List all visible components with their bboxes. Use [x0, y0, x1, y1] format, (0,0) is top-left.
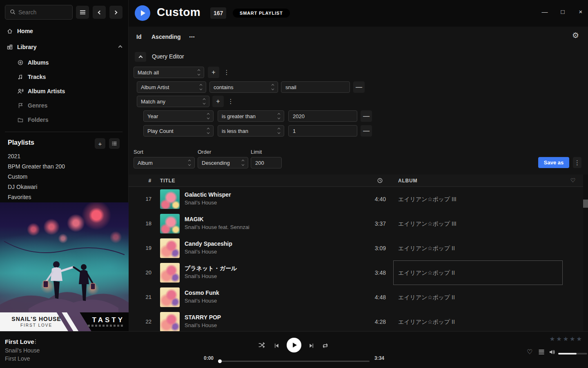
query-editor-collapse-button[interactable]	[135, 52, 146, 62]
table-row[interactable]: 17 Galactic Whisper Snail’s House 4:40 エ…	[129, 187, 583, 211]
group2-match-select[interactable]: Match any	[137, 96, 209, 107]
group1-menu-button[interactable]: ⋮	[223, 67, 231, 78]
maximize-button[interactable]: □	[559, 8, 567, 15]
rule1-operator-select[interactable]: contains	[209, 81, 278, 93]
track-artist[interactable]: Snail’s House	[185, 298, 217, 304]
track-artist[interactable]: Snail’s House	[185, 200, 217, 206]
sidebar-item-home[interactable]: Home	[7, 26, 124, 36]
rule2-field-select[interactable]: Year	[143, 110, 214, 122]
track-album[interactable]: エイリアン☆ポップ II	[398, 310, 455, 334]
table-row[interactable]: 20 プラネット・ガール Snail’s House 3:48 エイリアン☆ポッ…	[129, 260, 583, 285]
playlist-item[interactable]: BPM Greater than 200	[8, 162, 65, 173]
limit-input[interactable]	[251, 157, 282, 168]
sidebar-menu-button[interactable]	[76, 6, 89, 19]
volume-slider[interactable]	[558, 353, 587, 355]
track-album[interactable]: エイリアン☆ポップ II	[398, 285, 455, 310]
star-icon[interactable]: ★	[556, 335, 561, 343]
playlist-item[interactable]: Custom	[8, 173, 65, 183]
repeat-button[interactable]	[322, 342, 329, 351]
rule3-field-select[interactable]: Play Count	[143, 125, 214, 137]
playlist-list-button[interactable]	[109, 138, 120, 149]
star-icon[interactable]: ★	[577, 335, 582, 343]
sort-field-button[interactable]: Id	[136, 34, 141, 40]
track-album[interactable]: エイリアン☆ポップ III	[398, 187, 457, 211]
nav-back-button[interactable]	[93, 6, 106, 19]
rule2-operator-select[interactable]: is greater than	[218, 110, 284, 122]
close-button[interactable]: ×	[577, 8, 585, 15]
group2-menu-button[interactable]: ⋮	[227, 96, 235, 107]
sidebar-item-library[interactable]: Library	[7, 42, 124, 52]
track-artist[interactable]: Snail’s House	[185, 322, 217, 328]
add-playlist-button[interactable]: +	[95, 138, 105, 149]
track-title[interactable]: プラネット・ガール	[185, 265, 237, 272]
sidebar-item-folders[interactable]: Folders	[17, 115, 49, 124]
track-artist[interactable]: Snail’s House	[185, 249, 217, 255]
column-album[interactable]: ALBUM	[398, 178, 417, 184]
sidebar-item-tracks[interactable]: Tracks	[17, 72, 46, 81]
group1-match-select[interactable]: Match all	[134, 67, 204, 78]
seek-slider[interactable]	[218, 361, 370, 362]
table-scrollbar[interactable]	[583, 175, 588, 358]
sidebar-item-album-artists[interactable]: Album Artists	[17, 87, 65, 96]
sidebar-item-albums[interactable]: Albums	[17, 58, 49, 67]
queue-icon[interactable]	[538, 349, 545, 357]
remove-rule1-button[interactable]: —	[353, 81, 365, 93]
playlist-item[interactable]: 2021	[8, 152, 65, 162]
remove-rule3-button[interactable]: —	[361, 125, 372, 137]
volume-icon[interactable]	[549, 349, 555, 357]
shuffle-button[interactable]	[258, 341, 265, 350]
sidebar-item-genres[interactable]: Genres	[17, 101, 47, 110]
track-title[interactable]: Cosmo Funk	[185, 289, 219, 296]
track-album[interactable]: エイリアン☆ポップ II	[398, 236, 455, 260]
star-icon[interactable]: ★	[570, 335, 575, 343]
track-title[interactable]: Candy Spaceship	[185, 240, 232, 247]
playlist-item[interactable]: DJ Okawari	[8, 183, 65, 193]
sort-order-button[interactable]: Ascending	[151, 34, 181, 40]
star-icon[interactable]: ★	[563, 335, 568, 343]
track-title[interactable]: STARRY POP	[185, 314, 221, 321]
track-title[interactable]: Galactic Whisper	[185, 191, 231, 198]
playlist-item[interactable]: Favorites	[8, 193, 65, 203]
now-playing-title[interactable]: First Love	[5, 338, 34, 345]
table-row[interactable]: 19 Candy Spaceship Snail’s House 3:09 エイ…	[129, 236, 583, 260]
rule3-value-input[interactable]	[288, 125, 357, 137]
track-album[interactable]: エイリアン☆ポップ II	[398, 260, 455, 285]
favorite-heart-icon[interactable]: ♡	[527, 348, 532, 356]
add-rule-button-group1[interactable]: +	[208, 67, 219, 78]
add-rule-button-group2[interactable]: +	[212, 96, 224, 107]
now-playing-album[interactable]: First Love	[5, 355, 30, 362]
table-row[interactable]: 21 Cosmo Funk Snail’s House 4:48 エイリアン☆ポ…	[129, 285, 583, 310]
track-title[interactable]: MAGIK	[185, 216, 204, 222]
table-row[interactable]: 22 STARRY POP Snail’s House 4:28 エイリアン☆ポ…	[129, 310, 583, 334]
nav-forward-button[interactable]	[109, 6, 122, 19]
column-title[interactable]: TITLE	[160, 178, 175, 184]
collapse-chevron-icon[interactable]	[118, 45, 122, 49]
save-menu-button[interactable]: ⋮	[573, 157, 581, 168]
rule2-value-input[interactable]	[288, 110, 357, 122]
favorite-column-heart-icon[interactable]: ♡	[570, 177, 576, 184]
rule1-value-input[interactable]	[281, 81, 350, 93]
star-icon[interactable]: ★	[550, 335, 555, 343]
scrollbar-thumb[interactable]	[583, 200, 588, 208]
seek-handle[interactable]	[218, 359, 222, 363]
next-button[interactable]	[308, 343, 314, 350]
track-artist[interactable]: Snail’s House	[185, 273, 217, 279]
column-index[interactable]: #	[141, 178, 151, 184]
more-options-button[interactable]: ⋯	[189, 34, 195, 40]
gear-icon[interactable]: ⚙	[572, 31, 579, 40]
duration-clock-icon[interactable]	[377, 177, 383, 185]
rule3-operator-select[interactable]: is less than	[218, 125, 284, 137]
previous-button[interactable]	[274, 343, 280, 350]
now-playing-menu-button[interactable]: ⋮	[33, 338, 38, 345]
play-playlist-button[interactable]	[135, 5, 150, 21]
order-select[interactable]: Descending	[198, 157, 248, 168]
track-album[interactable]: エイリアン☆ポップ III	[398, 211, 457, 236]
track-artist[interactable]: Snail’s House feat. Sennzai	[185, 224, 249, 230]
table-row[interactable]: 18 MAGIK Snail’s House feat. Sennzai 3:3…	[129, 211, 583, 236]
play-pause-button[interactable]	[287, 338, 301, 352]
now-playing-artist[interactable]: Snail’s House	[5, 347, 40, 354]
save-as-button[interactable]: Save as	[538, 157, 569, 168]
remove-rule2-button[interactable]: —	[361, 110, 372, 122]
minimize-button[interactable]: —	[541, 8, 549, 15]
now-playing-art[interactable]: SNAIL'S HOUSE FIRST LOVE TASTY	[0, 202, 129, 331]
